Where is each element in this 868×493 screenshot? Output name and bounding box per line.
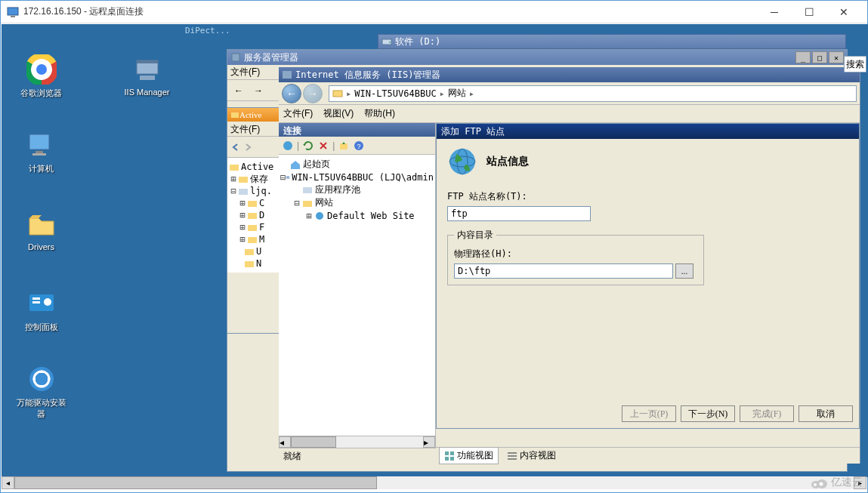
iis-menubar: 文件(F) 视图(V) 帮助(H) xyxy=(279,105,860,123)
path-input[interactable] xyxy=(454,263,673,279)
svg-rect-48 xyxy=(445,457,449,461)
svg-rect-11 xyxy=(29,134,49,149)
folder-icon xyxy=(230,110,239,119)
iis-forward-button[interactable]: → xyxy=(303,84,323,103)
svg-point-56 xyxy=(820,482,823,486)
svg-rect-41 xyxy=(303,201,312,207)
scroll-thumb[interactable] xyxy=(14,476,377,489)
content-group-label: 内容目录 xyxy=(454,229,496,242)
svg-rect-49 xyxy=(450,457,454,461)
iis-connections-toolbar: | | ? xyxy=(279,137,435,155)
folder-icon xyxy=(247,210,258,220)
breadcrumb-site[interactable]: 网站 xyxy=(448,87,466,100)
content-view-tab[interactable]: 内容视图 xyxy=(502,447,561,464)
tree-apppool[interactable]: 应用程序池 xyxy=(280,183,434,196)
ftp-dialog-title[interactable]: 添加 FTP 站点 xyxy=(437,124,859,139)
tree-host[interactable]: ⊟WIN-LT5UV64BBUC (LJQ\admin xyxy=(280,171,434,183)
globe-icon xyxy=(314,211,326,221)
control-panel-icon[interactable]: 控制面板 xyxy=(13,288,70,333)
domain-icon xyxy=(238,186,249,196)
next-button[interactable]: 下一步(N) xyxy=(681,405,735,422)
maximize-button[interactable]: ☐ xyxy=(792,1,826,23)
iis-navbar: ← → ▸ WIN-LT5UV64BBUC ▸ 网站 ▸ xyxy=(279,82,860,105)
ad-tree[interactable]: Active ⊞保存 ⊟ljq. ⊞C ⊞D ⊞F ⊞M U N xyxy=(227,158,280,273)
scroll-left-button[interactable]: ◂ xyxy=(279,436,291,448)
svg-rect-0 xyxy=(8,8,18,15)
sites-folder-icon xyxy=(301,198,314,208)
sm-back-button[interactable]: ← xyxy=(230,82,247,99)
sm-close-button[interactable]: ✕ xyxy=(829,51,844,63)
help-icon[interactable]: ? xyxy=(353,140,365,152)
active-directory-panel: Active 文件(F) Active ⊞保存 ⊟ljq. ⊞C ⊞D ⊞F ⊞… xyxy=(227,107,280,334)
svg-rect-26 xyxy=(239,189,248,195)
tree-start-page[interactable]: 起始页 xyxy=(280,158,434,171)
chrome-icon[interactable]: 谷歌浏览器 xyxy=(13,54,70,99)
svg-rect-52 xyxy=(508,458,517,460)
sm-forward-button[interactable]: → xyxy=(250,82,267,99)
svg-rect-23 xyxy=(231,112,239,118)
browse-button[interactable]: ... xyxy=(675,263,693,279)
add-ftp-site-dialog: 添加 FTP 站点 站点信息 FT xyxy=(436,123,860,429)
iis-menu-view[interactable]: 视图(V) xyxy=(323,107,354,120)
scroll-thumb[interactable] xyxy=(291,436,336,448)
folder-icon xyxy=(244,258,255,269)
iis-view-tabs: 功能视图 内容视图 xyxy=(436,447,860,464)
remote-desktop: DiPect... 谷歌浏览器 IIS Manager 计算机 Drivers … xyxy=(2,24,868,477)
svg-rect-30 xyxy=(248,237,257,243)
ad-back-icon[interactable] xyxy=(230,142,241,153)
scroll-left-button[interactable]: ◂ xyxy=(2,476,14,489)
sm-minimize-button[interactable]: _ xyxy=(795,51,811,63)
server-manager-icon xyxy=(230,52,241,63)
tree-scrollbar[interactable]: ◂ ▸ xyxy=(279,436,435,448)
drivers-folder-icon[interactable]: Drivers xyxy=(13,209,70,251)
svg-rect-9 xyxy=(137,60,158,63)
ad-toolbar xyxy=(227,137,280,158)
iis-menu-help[interactable]: 帮助(H) xyxy=(364,107,395,120)
iis-manager-window: Internet 信息服务 (IIS)管理器 ← → ▸ WIN-LT5UV64… xyxy=(279,67,860,464)
remove-icon[interactable] xyxy=(317,140,329,152)
iis-back-button[interactable]: ← xyxy=(282,84,301,103)
up-icon[interactable] xyxy=(338,140,350,152)
tree-default-site[interactable]: ⊞Default Web Site xyxy=(280,209,434,222)
svg-point-17 xyxy=(44,298,51,306)
driver-installer-icon[interactable]: 万能驱动安装器 xyxy=(13,364,70,420)
svg-rect-27 xyxy=(248,201,257,207)
breadcrumb-host[interactable]: WIN-LT5UV64BBUC xyxy=(354,88,436,99)
functional-view-tab[interactable]: 功能视图 xyxy=(439,447,499,464)
svg-point-21 xyxy=(389,42,391,43)
iis-manager-icon[interactable]: IIS Manager xyxy=(119,54,175,97)
grid-icon xyxy=(444,451,455,461)
path-label: 物理路径(H): xyxy=(454,248,697,260)
svg-rect-31 xyxy=(245,249,254,255)
tree-sites[interactable]: ⊟网站 xyxy=(280,196,434,209)
scroll-right-button[interactable]: ▸ xyxy=(423,436,435,448)
iis-breadcrumb[interactable]: ▸ WIN-LT5UV64BBUC ▸ 网站 ▸ xyxy=(329,85,857,102)
svg-rect-50 xyxy=(508,452,517,454)
home-icon xyxy=(289,159,301,170)
iis-menu-file[interactable]: 文件(F) xyxy=(283,107,313,120)
svg-rect-39 xyxy=(286,176,289,179)
ad-forward-icon[interactable] xyxy=(242,142,253,153)
cancel-button[interactable]: 取消 xyxy=(798,405,853,422)
sm-menu-file[interactable]: 文件(F) xyxy=(230,66,260,79)
ad-menu-file[interactable]: 文件(F) xyxy=(227,122,280,137)
iis-titlebar[interactable]: Internet 信息服务 (IIS)管理器 xyxy=(279,67,860,82)
search-input[interactable]: 搜索 xyxy=(844,56,866,72)
site-name-input[interactable] xyxy=(447,206,591,221)
refresh-icon[interactable] xyxy=(302,140,314,152)
sm-maximize-button[interactable]: □ xyxy=(812,51,827,63)
cloud-icon xyxy=(810,476,828,489)
list-icon xyxy=(507,451,517,461)
minimize-button[interactable]: ─ xyxy=(757,1,792,23)
svg-rect-16 xyxy=(32,301,40,304)
software-window-titlebar[interactable]: 软件 (D:) xyxy=(378,34,846,49)
server-manager-titlebar[interactable]: 服务器管理器 _ □ ✕ xyxy=(227,50,847,65)
connect-icon[interactable] xyxy=(282,140,294,152)
watermark: 亿速云 xyxy=(810,476,863,489)
computer-icon[interactable]: 计算机 xyxy=(13,130,70,174)
close-button[interactable]: ✕ xyxy=(826,1,861,23)
svg-rect-51 xyxy=(508,455,517,457)
direct-text: DiPect... xyxy=(185,26,230,35)
rdp-horizontal-scrollbar[interactable]: ◂ ▸ xyxy=(2,476,866,489)
iis-connections-tree[interactable]: 起始页 ⊟WIN-LT5UV64BBUC (LJQ\admin 应用程序池 ⊟网… xyxy=(279,155,435,436)
